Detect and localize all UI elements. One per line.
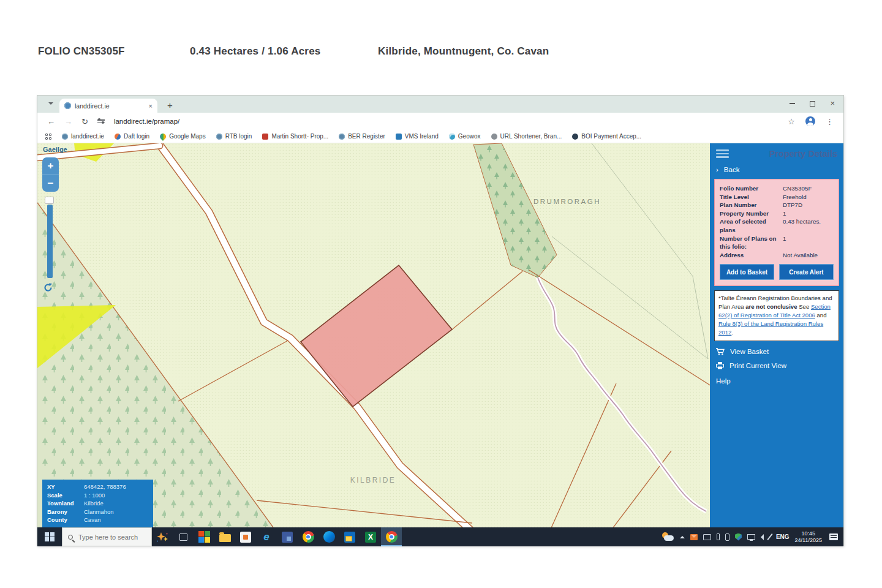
bookmark-landdirect[interactable]: landdirect.ie [62,133,104,140]
zoom-control: + − [42,157,59,192]
reload-icon[interactable]: ↻ [81,117,88,126]
zoom-in-button[interactable]: + [42,157,59,175]
back-icon[interactable]: ← [47,117,55,126]
tab-title: landdirect.ie [75,102,145,110]
boi-icon [572,134,578,140]
browser-tab[interactable]: landdirect.ie × [59,99,157,113]
internet-explorer-button[interactable]: e [256,527,277,546]
field-area: Area of selected plans0.43 hectares. [720,217,834,234]
weather-icon[interactable] [661,532,674,541]
help-link[interactable]: Help [710,369,843,393]
close-icon[interactable]: × [830,100,835,107]
store-app-button[interactable] [235,527,256,546]
action-center-icon[interactable] [829,533,838,540]
clock-date: 24/11/2025 [795,537,822,543]
cart-icon [716,348,725,355]
usb-tray-icon[interactable] [717,533,720,540]
hamburger-menu-icon[interactable] [716,149,729,158]
field-plan-count: Number of Plans on this folio:1 [720,235,834,251]
tab-close-icon[interactable]: × [149,102,153,110]
new-tab-button[interactable]: + [167,100,173,110]
create-alert-button[interactable]: Create Alert [779,264,834,280]
office-app-button[interactable] [194,527,214,546]
cortana-star-icon [156,532,169,543]
browser-menu-icon[interactable]: ⋮ [826,117,834,126]
blue-square-icon [396,134,402,140]
tab-search-chevron-icon[interactable] [48,102,53,107]
view-basket-link[interactable]: View Basket [710,341,843,355]
cortana-button[interactable] [152,527,173,546]
bookmark-url-shortener[interactable]: URL Shortener, Bran... [491,133,562,140]
phone-tray-icon[interactable] [725,533,729,541]
taskbar-clock[interactable]: 10:45 24/11/2025 [795,530,822,543]
bookmark-ber-register[interactable]: BER Register [339,133,385,140]
outlook-icon [344,532,355,543]
bookmark-boi-payment[interactable]: BOI Payment Accep... [572,133,641,140]
apps-grid-icon[interactable] [45,134,51,140]
area-title: 0.43 Hectares / 1.06 Acres [190,45,320,58]
bookmark-rtb-login[interactable]: RTB login [216,133,252,140]
field-plan-number: Plan NumberDTP7D [720,201,834,209]
rule-8-link[interactable]: Rule 8(3) of the Land Registration Rules… [718,320,823,336]
info-row-county: CountyCavan [47,516,148,524]
pen-tray-icon[interactable] [767,533,773,540]
minimize-icon[interactable] [790,103,795,104]
excel-button[interactable]: X [360,527,381,546]
language-toggle-link[interactable]: Gaeilge [43,146,67,153]
system-tray: ENG 10:45 24/11/2025 [661,530,843,543]
language-indicator[interactable]: ENG [776,533,790,540]
map-pin-icon [159,132,167,140]
store-icon [240,532,251,543]
monitor-tray-icon[interactable] [747,534,755,540]
zoom-slider-handle[interactable] [45,197,54,204]
taskbar-search[interactable] [62,527,152,546]
display-tray-icon[interactable] [703,534,711,540]
mail-tray-icon[interactable] [690,534,698,540]
tray-expand-icon[interactable] [680,533,685,538]
search-icon [68,535,73,540]
blue-app-button[interactable] [277,527,298,546]
url-text[interactable]: landdirect.ie/pramap/ [114,118,179,125]
browser-window: landdirect.ie × + × ← → ↻ landdirect.ie/… [37,95,844,546]
back-link[interactable]: › Back [710,160,843,178]
maximize-icon[interactable] [810,101,815,107]
chrome-active-button[interactable] [381,527,402,546]
refresh-icon[interactable] [43,282,53,293]
bookmark-daft-login[interactable]: Daft login [115,133,149,140]
printer-icon [716,362,724,369]
zoom-out-button[interactable]: − [42,175,59,192]
field-folio-number: Folio NumberCN35305F [720,184,834,193]
site-settings-icon[interactable] [97,119,105,123]
bookmark-vms-ireland[interactable]: VMS Ireland [396,133,439,140]
property-details-panel: Property Details › Back Folio NumberCN35… [710,143,843,527]
bookmark-google-maps[interactable]: Google Maps [160,133,205,140]
add-to-basket-button[interactable]: Add to Basket [720,264,774,280]
outlook-button[interactable] [339,527,360,546]
back-chevron-icon: › [716,166,718,173]
url-bar: ← → ↻ landdirect.ie/pramap/ ☆ ⋮ [37,113,843,130]
map-canvas[interactable]: DRUMRORAGH KILBRIDE [37,143,711,527]
task-view-button[interactable] [173,527,194,546]
panel-title: Property Details [769,149,837,159]
start-button[interactable] [37,527,62,546]
zoom-slider-track[interactable] [47,205,53,278]
search-input[interactable] [77,533,146,541]
daft-icon [115,134,121,140]
profile-avatar[interactable] [805,116,815,126]
edge-button[interactable] [318,527,339,546]
bookmark-martin-shortt[interactable]: Martin Shortt- Prop... [262,133,328,140]
globe-icon [62,134,68,140]
speaker-tray-icon[interactable] [761,534,764,540]
security-shield-icon[interactable] [735,533,742,541]
file-explorer-button[interactable] [214,527,235,546]
forward-icon: → [64,117,72,126]
print-current-view-link[interactable]: Print Current View [710,355,843,369]
info-row-xy: XY648422, 788376 [47,483,148,491]
clock-time: 10:45 [802,530,816,537]
chrome-button[interactable] [298,527,318,546]
windows-logo-icon [45,532,55,542]
bookmark-star-icon[interactable]: ☆ [788,117,795,126]
location-title: Kilbride, Mountnugent, Co. Cavan [378,45,549,58]
bookmark-geowox[interactable]: Geowox [449,133,481,140]
townland-label-kilbride: KILBRIDE [350,476,396,484]
